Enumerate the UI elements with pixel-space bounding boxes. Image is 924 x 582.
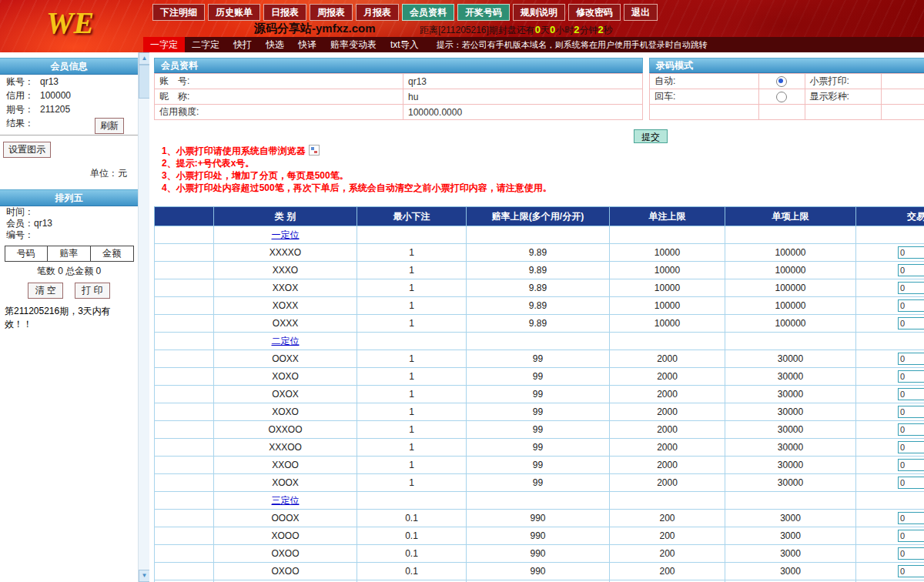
limit-input[interactable]: [898, 459, 924, 471]
sub-nav-tab[interactable]: 二字定: [185, 37, 226, 52]
scroll-thumb[interactable]: [139, 65, 150, 99]
item-limit-cell: 100000: [725, 262, 856, 279]
category-cell: OXOO: [214, 545, 357, 563]
sub-nav-tab[interactable]: 一字定: [143, 37, 185, 52]
odds-row: XOOX199200030000: [155, 474, 924, 492]
odds-limit-cell: 990: [467, 527, 610, 545]
odds-section-link[interactable]: 三定位: [272, 495, 300, 506]
single-bet-limit-cell: 200: [610, 563, 725, 580]
single-bet-limit-cell: 2000: [610, 474, 725, 492]
limit-input[interactable]: [898, 370, 924, 383]
limit-input[interactable]: [898, 388, 924, 400]
profile-nickname-value: hu: [403, 89, 643, 105]
limit-input[interactable]: [898, 299, 924, 312]
limit-input[interactable]: [898, 530, 924, 542]
item-limit-cell: 30000: [725, 439, 856, 457]
sub-nav-tabs: 一字定二字定快打快选快译赔率变动表txt导入: [143, 37, 426, 52]
limit-input[interactable]: [898, 264, 924, 276]
single-bet-limit-cell: 2000: [610, 457, 725, 474]
single-bet-limit-cell: 2000: [610, 421, 725, 439]
limit-input[interactable]: [898, 282, 924, 294]
top-nav-button[interactable]: 修改密码: [568, 4, 621, 21]
item-limit-cell: 100000: [725, 297, 856, 315]
limit-input[interactable]: [898, 441, 924, 453]
limit-input[interactable]: [898, 547, 924, 560]
single-bet-limit-cell: 2000: [610, 403, 725, 421]
countdown: 距离[211205216]期封盘还有0天0小时2分钟2秒: [420, 24, 613, 37]
odds-row: OXXX19.8910000100000: [155, 315, 924, 333]
account-row: 账号：qr13: [0, 75, 138, 89]
top-nav-button[interactable]: 会员资料: [402, 4, 454, 21]
odds-row: XOOO0.19902003000: [155, 527, 924, 545]
countdown-days: 0: [535, 24, 541, 35]
odds-column-header: 单项上限: [725, 207, 856, 226]
top-nav-button[interactable]: 退出: [624, 4, 658, 21]
record-radio-1[interactable]: [776, 92, 787, 102]
odds-section-link[interactable]: 一定位: [272, 229, 300, 240]
limit-input[interactable]: [898, 353, 924, 365]
sub-nav-tab[interactable]: txt导入: [383, 37, 426, 52]
odds-section-row: 一定位: [155, 226, 924, 244]
odds-row: XXOO199200030000: [155, 457, 924, 474]
category-cell: XOOX: [214, 474, 357, 492]
odds-row: XOXO199200030000: [155, 403, 924, 421]
top-nav-button[interactable]: 月报表: [356, 4, 399, 21]
limit-input[interactable]: [898, 246, 924, 259]
top-nav-button[interactable]: 历史账单: [208, 4, 260, 21]
record-cell-empty: [882, 89, 924, 105]
record-radio-0[interactable]: [776, 76, 787, 87]
countdown-minutes: 2: [574, 24, 579, 35]
bet-entry-table: 号码 赔率 金额: [5, 246, 134, 262]
single-bet-limit-cell: 10000: [610, 315, 725, 333]
refresh-button[interactable]: 刷新: [95, 118, 124, 134]
countdown-prefix: 距离[211205216]期封盘还有: [420, 25, 535, 35]
min-bet-cell: 1: [357, 386, 467, 403]
odds-column-header: 赔率上限(多个用/分开): [467, 207, 610, 226]
site-title: 源码分享站-ymfxz.com: [254, 22, 376, 36]
sub-nav-tab[interactable]: 快选: [259, 37, 291, 52]
main-scrollbar[interactable]: ▲ ▼: [138, 52, 150, 582]
sub-nav-tab[interactable]: 快译: [291, 37, 323, 52]
sub-nav-tab[interactable]: 赔率变动表: [323, 37, 383, 52]
limit-input[interactable]: [898, 406, 924, 418]
settings-diagram-button[interactable]: 设置图示: [3, 142, 51, 158]
time-label: 时间：: [0, 206, 138, 218]
item-limit-cell: 3000: [725, 563, 856, 580]
print-button[interactable]: 打 印: [75, 283, 109, 299]
odds-limit-cell: 9.89: [467, 279, 610, 297]
scroll-down-arrow-icon[interactable]: ▼: [139, 570, 150, 582]
item-limit-cell: 30000: [725, 350, 856, 368]
min-bet-cell: 1: [357, 368, 467, 386]
auto-label: 自动:: [650, 74, 759, 89]
sub-nav-tab[interactable]: 快打: [226, 37, 259, 52]
limit-input[interactable]: [898, 317, 924, 329]
top-nav-button[interactable]: 日报表: [263, 4, 306, 21]
odds-section-link[interactable]: 二定位: [272, 336, 300, 346]
top-nav-button[interactable]: 规则说明: [513, 4, 565, 21]
limit-input[interactable]: [898, 565, 924, 577]
top-nav-button[interactable]: 下注明细: [152, 4, 205, 21]
single-bet-limit-cell: 2000: [610, 368, 725, 386]
issue-label: 期号：: [6, 104, 40, 115]
odds-row: XXXO19.8910000100000: [155, 262, 924, 279]
min-bet-cell: 1: [357, 315, 467, 333]
submit-button[interactable]: 提交: [634, 129, 668, 143]
credit-value: 100000: [40, 90, 71, 101]
scroll-up-arrow-icon[interactable]: ▲: [139, 52, 150, 65]
credit-label: 信用：: [6, 90, 40, 101]
limit-input[interactable]: [898, 477, 924, 489]
top-nav-button[interactable]: 开奖号码: [457, 4, 510, 21]
odds-row: OOXX199200030000: [155, 350, 924, 368]
broken-image-icon: [309, 145, 320, 156]
odds-limit-cell: 99: [467, 403, 610, 421]
odds-limit-cell: 99: [467, 457, 610, 474]
account-label: 账号：: [6, 76, 40, 87]
limit-input[interactable]: [898, 423, 924, 436]
show-lottery-label: 显示彩种:: [805, 89, 882, 105]
limit-input[interactable]: [898, 512, 924, 524]
top-nav-button[interactable]: 周报表: [310, 4, 353, 21]
odds-row: XOXX19.8910000100000: [155, 297, 924, 315]
clear-button[interactable]: 清 空: [28, 283, 62, 299]
category-cell: XOXO: [214, 403, 357, 421]
item-limit-cell: 30000: [725, 474, 856, 492]
